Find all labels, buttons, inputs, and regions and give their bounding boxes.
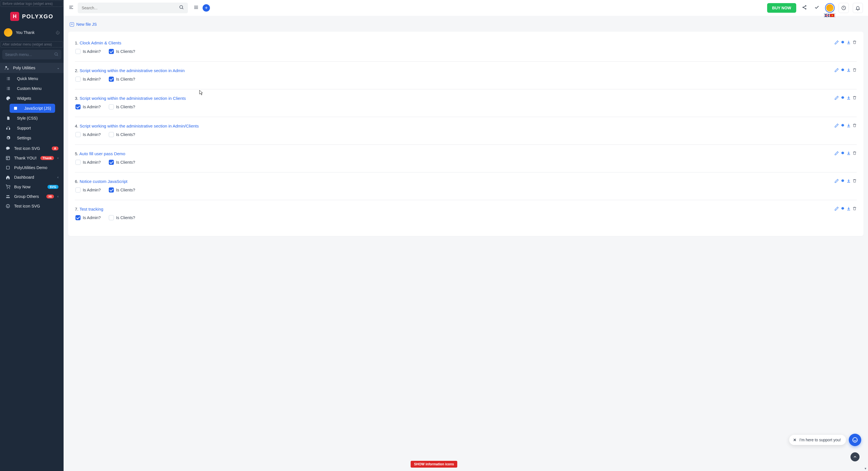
sidebar-item-thank-you-[interactable]: Thank YOU!Thank‹ <box>1 153 62 163</box>
checkbox-input[interactable] <box>109 77 114 82</box>
flag-vn-icon[interactable] <box>830 14 834 17</box>
flag-en-icon[interactable] <box>825 14 829 17</box>
checkbox-input[interactable] <box>75 104 81 110</box>
download-icon[interactable] <box>846 179 851 184</box>
edit-icon[interactable] <box>834 151 839 156</box>
checkbox-input[interactable] <box>75 77 81 82</box>
is-clients-checkbox[interactable]: Is Clients? <box>109 77 135 82</box>
is-clients-checkbox[interactable]: Is Clients? <box>109 160 135 165</box>
checkbox-input[interactable] <box>75 132 81 137</box>
is-admin-checkbox[interactable]: Is Admin? <box>75 160 101 165</box>
gear-icon[interactable] <box>841 206 845 212</box>
sidebar-sub-quick-menu[interactable]: Quick Menu <box>1 74 62 83</box>
gear-icon[interactable] <box>841 95 845 101</box>
is-clients-checkbox[interactable]: Is Clients? <box>109 49 135 54</box>
checkbox-input[interactable] <box>75 49 81 54</box>
topbar-search-input[interactable] <box>78 3 188 13</box>
script-link[interactable]: Notice custom JavaScript <box>80 179 127 184</box>
sidebar-item-test-icon-svg[interactable]: Test icon SVGA <box>1 144 62 153</box>
checkbox-input[interactable] <box>109 215 114 220</box>
bell-icon[interactable] <box>853 3 863 13</box>
language-switcher[interactable] <box>824 13 835 17</box>
close-icon[interactable]: ✕ <box>793 438 797 442</box>
sidebar-sub-style-css-[interactable]: Style (CSS) <box>1 113 62 123</box>
is-admin-checkbox[interactable]: Is Admin? <box>75 132 101 137</box>
is-admin-checkbox[interactable]: Is Admin? <box>75 104 101 110</box>
is-admin-checkbox[interactable]: Is Admin? <box>75 215 101 220</box>
search-icon[interactable] <box>54 52 59 57</box>
is-clients-checkbox[interactable]: Is Clients? <box>109 132 135 137</box>
sidebar-sub-support[interactable]: Support <box>1 123 62 133</box>
is-clients-checkbox[interactable]: Is Clients? <box>109 187 135 193</box>
trash-icon[interactable] <box>852 151 857 156</box>
brand-logo[interactable]: H POLYXGO <box>0 7 64 26</box>
edit-icon[interactable] <box>834 179 839 184</box>
is-admin-checkbox[interactable]: Is Admin? <box>75 49 101 54</box>
trash-icon[interactable] <box>852 123 857 129</box>
edit-icon[interactable] <box>834 95 839 101</box>
trash-icon[interactable] <box>852 68 857 73</box>
download-icon[interactable] <box>846 151 851 156</box>
checkbox-input[interactable] <box>109 104 114 110</box>
script-link[interactable]: Test tracking <box>80 207 103 211</box>
sidebar-sub-javascript-js-[interactable]: JavaScript (JS) <box>10 104 55 113</box>
checkbox-input[interactable] <box>109 187 114 193</box>
script-link[interactable]: Auto fill user pass Demo <box>80 151 125 156</box>
is-admin-checkbox[interactable]: Is Admin? <box>75 187 101 193</box>
support-chat-pill[interactable]: ✕ I'm here to support you! <box>789 435 846 445</box>
edit-icon[interactable] <box>834 40 839 46</box>
edit-icon[interactable] <box>834 68 839 73</box>
gear-icon[interactable] <box>841 123 845 129</box>
download-icon[interactable] <box>846 40 851 46</box>
widget-slot-before-logo[interactable]: Before sidebar logo (widget area) <box>1 1 63 7</box>
widget-slot-after-menu[interactable]: After sidebar menu (widget area) <box>1 41 63 48</box>
sidebar-item-buy-now[interactable]: Buy NowSVG <box>1 182 62 192</box>
sidebar-item-group-others[interactable]: Group OthersHi‹ <box>1 192 62 201</box>
sidebar-sub-widgets[interactable]: Widgets <box>1 94 62 103</box>
script-link[interactable]: Script working within the administrative… <box>80 68 185 73</box>
history-icon[interactable] <box>839 3 849 13</box>
checkbox-input[interactable] <box>109 49 114 54</box>
power-icon[interactable]: ⏻ <box>56 30 60 35</box>
checkbox-input[interactable] <box>109 132 114 137</box>
sidebar-toggle-icon[interactable] <box>69 5 74 11</box>
script-link[interactable]: Clock Admin & Clients <box>80 40 122 45</box>
is-clients-checkbox[interactable]: Is Clients? <box>109 215 135 220</box>
sidebar-item-test-icon-svg[interactable]: Test icon SVG <box>1 201 62 211</box>
checkbox-input[interactable] <box>109 160 114 165</box>
sidebar-group-poly-utilities[interactable]: Poly Utilities ⌄ <box>0 63 64 73</box>
checkbox-input[interactable] <box>75 160 81 165</box>
search-icon[interactable] <box>179 5 184 11</box>
checkbox-input[interactable] <box>75 215 81 220</box>
download-icon[interactable] <box>846 206 851 212</box>
gear-icon[interactable] <box>841 40 845 46</box>
trash-icon[interactable] <box>852 206 857 212</box>
topbar-avatar[interactable] <box>825 3 835 13</box>
edit-icon[interactable] <box>834 206 839 212</box>
sidebar-sub-settings[interactable]: Settings <box>1 133 62 143</box>
trash-icon[interactable] <box>852 95 857 101</box>
script-link[interactable]: Script working within the administrative… <box>80 123 199 128</box>
add-button[interactable]: + <box>203 4 210 11</box>
download-icon[interactable] <box>846 95 851 101</box>
new-file-button[interactable]: + New file JS <box>68 16 864 32</box>
sidebar-sub-custom-menu[interactable]: Custom Menu <box>1 84 62 93</box>
check-icon[interactable] <box>813 3 821 13</box>
show-info-button[interactable]: SHOW information icons <box>410 461 457 468</box>
sidebar-user[interactable]: You Thank ⏻ <box>0 26 64 41</box>
edit-icon[interactable] <box>834 123 839 129</box>
trash-icon[interactable] <box>852 40 857 46</box>
menu-icon[interactable] <box>193 5 198 11</box>
resize-handle-icon[interactable]: ▾ <box>865 467 866 470</box>
scroll-to-top-button[interactable] <box>850 452 860 461</box>
sidebar-item-polyutilities-demo[interactable]: PolyUtilities Demo <box>1 163 62 173</box>
checkbox-input[interactable] <box>75 187 81 193</box>
download-icon[interactable] <box>846 68 851 73</box>
gear-icon[interactable] <box>841 179 845 184</box>
sidebar-search-input[interactable] <box>2 50 61 59</box>
support-chat-fab[interactable] <box>849 434 861 446</box>
is-clients-checkbox[interactable]: Is Clients? <box>109 104 135 110</box>
trash-icon[interactable] <box>852 179 857 184</box>
is-admin-checkbox[interactable]: Is Admin? <box>75 77 101 82</box>
script-link[interactable]: Script working within the administrative… <box>80 96 186 101</box>
